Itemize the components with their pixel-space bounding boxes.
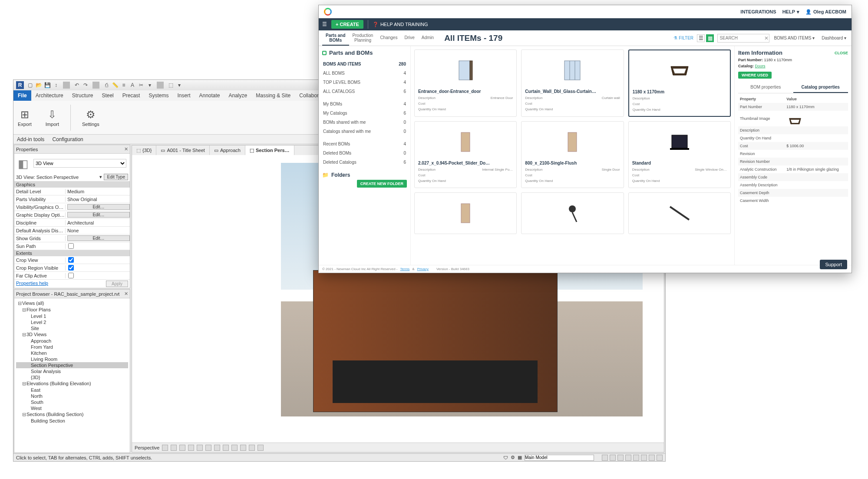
- item-card[interactable]: 1180 x 1170mmDescriptionCostQuantity On …: [628, 50, 731, 117]
- expand-icon[interactable]: ⊟: [22, 307, 26, 313]
- vc-icon[interactable]: [179, 445, 185, 451]
- sidebar-item[interactable]: Deleted BOMs0: [322, 149, 407, 158]
- tree-node[interactable]: Level 2: [16, 319, 128, 325]
- tab-bom-properties[interactable]: BOM properties: [738, 82, 793, 93]
- vc-icon[interactable]: [249, 445, 255, 451]
- prop-value[interactable]: [66, 257, 130, 263]
- tab-catalog-properties[interactable]: Catalog properties: [793, 82, 848, 93]
- view-tab[interactable]: ⬚ {3D}: [132, 145, 156, 155]
- ribbon-tab-structure[interactable]: Structure: [68, 90, 98, 101]
- vc-icon[interactable]: [223, 445, 229, 451]
- view-type-dropdown[interactable]: 3D View: [33, 159, 126, 168]
- hamburger-icon[interactable]: ☰: [322, 21, 327, 27]
- tree-node[interactable]: Living Room: [16, 356, 128, 362]
- ribbon-import-button[interactable]: ⇩Import: [43, 108, 62, 128]
- tree-node[interactable]: East: [16, 387, 128, 393]
- tree-node[interactable]: Site: [16, 325, 128, 331]
- checkbox[interactable]: [68, 273, 74, 278]
- prop-value[interactable]: Medium: [66, 189, 130, 194]
- tree-node[interactable]: Solar Analysis: [16, 368, 128, 374]
- filter-button[interactable]: ⚗FILTER: [673, 36, 693, 40]
- view-tab[interactable]: ▭ Approach: [210, 145, 245, 155]
- nav-tab[interactable]: Admin: [418, 30, 437, 46]
- create-button[interactable]: + CREATE: [331, 20, 363, 29]
- tray-icon[interactable]: [657, 455, 663, 461]
- ribbon-tab-massing-site[interactable]: Massing & Site: [251, 90, 295, 101]
- tree-node[interactable]: {3D}: [16, 374, 128, 380]
- checkbox[interactable]: [68, 265, 74, 271]
- expand-icon[interactable]: ⊟: [22, 332, 26, 337]
- item-card[interactable]: [414, 192, 517, 234]
- sidebar-item[interactable]: Recent BOMs4: [322, 139, 407, 149]
- qat-new-icon[interactable]: ▢: [26, 82, 33, 89]
- qat-redo-icon[interactable]: ↷: [82, 82, 89, 89]
- tree-node[interactable]: North: [16, 393, 128, 399]
- edit-button[interactable]: Edit…: [67, 235, 130, 241]
- tray-icon[interactable]: [649, 455, 655, 461]
- prop-value[interactable]: Architectural: [66, 220, 130, 225]
- prop-value[interactable]: None: [66, 228, 130, 233]
- sidebar-item[interactable]: ALL CATALOGS6: [322, 87, 407, 96]
- vc-icon[interactable]: [214, 445, 220, 451]
- create-folder-button[interactable]: CREATE NEW FOLDER: [357, 180, 407, 188]
- ribbon-settings-button[interactable]: ⚙Settings: [79, 108, 102, 128]
- vc-icon[interactable]: [231, 445, 238, 451]
- nav-tab[interactable]: ProductionPlanning: [349, 30, 377, 46]
- vc-icon[interactable]: [188, 445, 194, 451]
- qat-measure-icon[interactable]: 📏: [112, 82, 119, 89]
- sidebar-item[interactable]: TOP LEVEL BOMS4: [322, 78, 407, 87]
- grid-view-icon[interactable]: ▦: [706, 34, 714, 42]
- ribbon-tab-precast[interactable]: Precast: [118, 90, 145, 101]
- vc-icon[interactable]: [205, 445, 211, 451]
- shield-icon[interactable]: 🛡: [503, 455, 508, 460]
- sidebar-item[interactable]: My Catalogs6: [322, 109, 407, 118]
- nav-tab[interactable]: Drive: [401, 30, 418, 46]
- item-card[interactable]: Curtain_Wall_Dbl_Glass-Curtain…Descripti…: [521, 50, 624, 117]
- ribbon-tab-annotate[interactable]: Annotate: [195, 90, 224, 101]
- scope-dropdown[interactable]: BOMS AND ITEMS ▾: [772, 35, 816, 41]
- qat-section-icon[interactable]: ✂: [138, 82, 145, 89]
- tree-node[interactable]: Building Section: [16, 418, 128, 424]
- tree-node[interactable]: Kitchen: [16, 350, 128, 356]
- tree-node[interactable]: South: [16, 399, 128, 405]
- vc-icon[interactable]: [197, 445, 203, 451]
- edit-type-button[interactable]: Edit Type: [104, 174, 128, 180]
- ribbon-tab-architecture[interactable]: Architecture: [31, 90, 68, 101]
- tree-node[interactable]: ⊟Views (all): [16, 300, 128, 307]
- prop-value[interactable]: Edit…: [66, 235, 130, 241]
- help-link[interactable]: HELP ▾: [782, 9, 799, 15]
- ribbon-tab-file[interactable]: File: [13, 90, 31, 101]
- item-card[interactable]: [521, 192, 624, 234]
- item-card[interactable]: [628, 192, 731, 234]
- privacy-link[interactable]: Privacy: [417, 267, 429, 271]
- prop-value[interactable]: Edit…: [66, 212, 130, 218]
- checkbox[interactable]: [68, 243, 74, 249]
- edit-button[interactable]: Edit…: [67, 204, 130, 210]
- tray-icon[interactable]: [625, 455, 631, 461]
- dashboard-dropdown[interactable]: Dashboard ▾: [820, 35, 848, 41]
- ribbon-tab-steel[interactable]: Steel: [97, 90, 118, 101]
- vc-icon[interactable]: [240, 445, 246, 451]
- apply-button[interactable]: Apply: [106, 281, 128, 287]
- support-button[interactable]: Support: [820, 260, 847, 269]
- prop-value[interactable]: Edit…: [66, 204, 130, 210]
- nav-tab[interactable]: Parts andBOMs: [322, 30, 349, 46]
- item-card[interactable]: 2.027_x_0.945-Pocket_Slider_Do…Descripti…: [414, 121, 517, 188]
- list-view-icon[interactable]: ☰: [697, 34, 705, 42]
- help-training-link[interactable]: ❓HELP AND TRAINING: [373, 22, 428, 27]
- qat-more-icon[interactable]: ▾: [176, 82, 183, 89]
- user-menu[interactable]: 👤 Oleg AECBOM: [805, 9, 846, 15]
- prop-value[interactable]: [66, 265, 130, 271]
- qat-drop-icon[interactable]: ▾: [146, 82, 153, 89]
- item-card[interactable]: Entrance_door-Entrance_doorDescriptionEn…: [414, 50, 517, 117]
- vc-icon[interactable]: [162, 445, 168, 451]
- tree-node[interactable]: Section Perspective: [16, 362, 128, 368]
- sidebar-item[interactable]: Catalogs shared with me0: [322, 127, 407, 136]
- qat-save-icon[interactable]: 💾: [44, 82, 51, 89]
- qat-undo-icon[interactable]: ↶: [73, 82, 80, 89]
- select-icon[interactable]: ▦: [518, 455, 522, 460]
- prop-value[interactable]: [66, 273, 130, 278]
- vc-icon[interactable]: [257, 445, 264, 451]
- view-tab[interactable]: ⬚ Section Pers…: [245, 145, 294, 155]
- prop-value[interactable]: Show Original: [66, 197, 130, 202]
